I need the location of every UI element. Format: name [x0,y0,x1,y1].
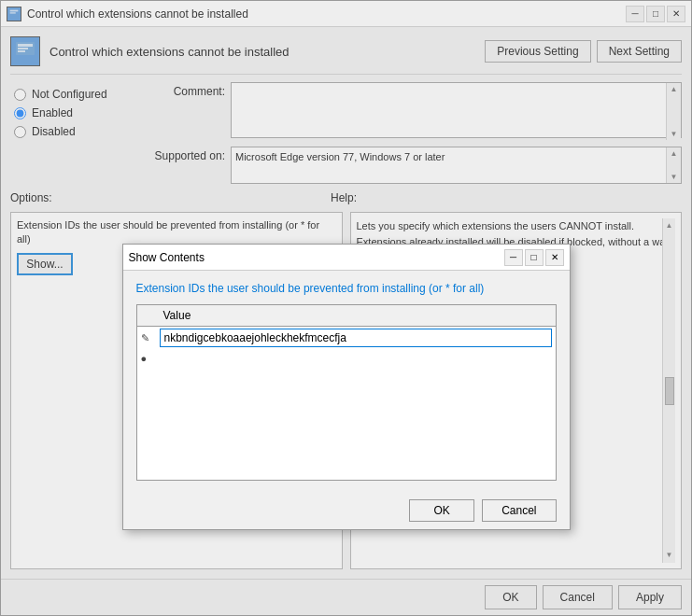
dialog-cancel-button[interactable]: Cancel [482,499,556,522]
dialog-minimize-button[interactable]: ─ [504,249,523,266]
dialog-overlay: Show Contents ─ □ ✕ Extension IDs the us… [1,1,691,615]
dialog-title-controls: ─ □ ✕ [504,249,564,266]
main-window: Control which extensions cannot be insta… [0,0,692,616]
table-spacer-row [137,368,556,480]
dialog-table: Value ✎ ● [137,305,556,480]
table-empty-row: ● [137,349,556,368]
dialog-maximize-button[interactable]: □ [525,249,544,266]
table-row: ✎ [137,327,556,350]
row-value-cell-1[interactable] [156,327,556,350]
dialog-buttons: OK Cancel [123,492,570,529]
dialog-content: Extension IDs the user should be prevent… [123,271,570,492]
row-value-cell-2 [156,349,556,368]
row-icon-1: ✎ [137,327,156,350]
row-value-input-1[interactable] [160,329,552,347]
dialog-title-bar: Show Contents ─ □ ✕ [123,245,570,271]
table-spacer [137,368,556,480]
dialog-close-button[interactable]: ✕ [545,249,564,266]
dialog-ok-button[interactable]: OK [409,499,474,522]
table-icon-col-header [137,305,156,327]
row-icon-2: ● [137,349,156,368]
dialog-description: Extension IDs the user should be prevent… [136,282,557,295]
show-contents-dialog: Show Contents ─ □ ✕ Extension IDs the us… [122,244,571,530]
dialog-title-text: Show Contents [129,251,205,264]
table-value-col-header: Value [156,305,556,327]
dialog-table-wrapper: Value ✎ ● [136,304,557,481]
